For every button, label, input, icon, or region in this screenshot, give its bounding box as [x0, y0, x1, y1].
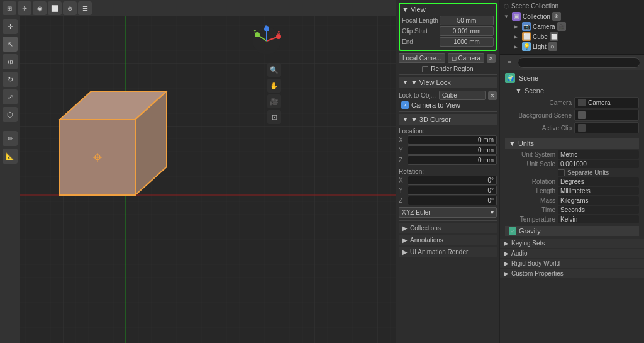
viewport-overlay-icon[interactable]: ◉ [33, 1, 47, 15]
background-scene-value[interactable] [574, 110, 639, 121]
light-icon: 💡 [522, 42, 531, 51]
viewport-extra-icon[interactable]: ⬜ [48, 1, 62, 15]
time-row: Time Seconds [505, 206, 639, 214]
rotation-z-value[interactable]: 0° [408, 196, 497, 205]
length-label: Length [505, 188, 555, 194]
camera-field-label: Camera [515, 99, 572, 106]
ui-anim-arrow: ▶ [402, 249, 408, 256]
viewport-topbar: ⊞ ✈ ◉ ⬜ ⊕ ☰ [0, 0, 396, 16]
audio-label: Audio [511, 250, 528, 257]
light-badge[interactable]: ⊙ [548, 42, 557, 51]
separate-units-checkbox[interactable] [558, 169, 565, 176]
time-value[interactable]: Seconds [558, 206, 639, 214]
local-camera-toggle[interactable]: Local Came... [399, 53, 445, 63]
viewport-right-icons: 🔍 ✋ 🎥 ⊡ [267, 63, 281, 124]
measure-tool[interactable]: 📐 [3, 149, 18, 164]
collection-badge[interactable]: 👁 [552, 12, 561, 21]
keying-sets-item[interactable]: ▶ Keying Sets [500, 239, 644, 248]
light-tree-item[interactable]: ▶ 💡 Light ⊙ [504, 42, 640, 52]
rotation-y-value[interactable]: 0° [408, 186, 497, 195]
annotations-header[interactable]: ▶ Annotations [399, 235, 497, 245]
render-region-checkbox[interactable] [422, 66, 428, 72]
ui-anim-header[interactable]: ▶ UI Animation Render [399, 247, 497, 257]
transform-tool[interactable]: ⬡ [3, 107, 18, 122]
svg-point-13 [276, 34, 281, 39]
rotation-z-row: Z 0° [399, 196, 497, 205]
custom-props-item[interactable]: ▶ Custom Properties [500, 269, 644, 278]
active-clip-value[interactable] [574, 122, 639, 133]
location-z-value[interactable]: 0 mm [408, 155, 497, 165]
viewport-gizmo[interactable]: X Y Z [251, 25, 282, 57]
props-search-input[interactable] [518, 57, 640, 68]
camera-to-view-checkbox[interactable]: ✓ [401, 101, 409, 109]
cursor-tool[interactable]: ✛ [3, 19, 18, 34]
focal-length-value[interactable]: 50 mm [440, 16, 494, 25]
cube-select[interactable]: Cube [439, 91, 486, 100]
mass-value[interactable]: Kilograms [558, 196, 639, 205]
viewport-gizmo-icon[interactable]: ⊕ [63, 1, 77, 15]
svg-text:Y: Y [253, 29, 257, 33]
clip-start-value[interactable]: 0.001 mm [440, 26, 494, 36]
location-x-value[interactable]: 0 mm [408, 135, 497, 145]
view-lock-section: Lock to Obj... Cube ✕ ✓ Camera to View [399, 91, 497, 109]
collections-header[interactable]: ▶ Collections [399, 223, 497, 233]
ui-anim-section: ▶ UI Animation Render [399, 247, 497, 257]
rotation-value[interactable]: Degrees [558, 177, 639, 186]
right-panel: Item Tool View Edit 3D-Print PDT polygra… [396, 0, 644, 343]
mass-row: Mass Kilograms [505, 196, 639, 205]
viewport-shading-icon[interactable]: ✈ [18, 1, 31, 15]
move-tool[interactable]: ⊕ [3, 54, 18, 69]
scene-section-btn[interactable]: 🌍 Scene [500, 70, 644, 86]
view-section: ▼ View Focal Length 50 mm Clip Start 0.0… [399, 3, 497, 51]
euler-arrow: ▾ [491, 209, 494, 216]
units-header[interactable]: ▼ Units [505, 138, 639, 149]
props-menu-icon[interactable]: ≡ [504, 57, 515, 68]
camera-field-row: Camera Camera [515, 97, 639, 108]
rigid-body-item[interactable]: ▶ Rigid Body World [500, 259, 644, 268]
temperature-value[interactable]: Kelvin [558, 215, 639, 223]
camera-field-value[interactable]: Camera [574, 97, 639, 108]
euler-select[interactable]: XYZ Euler ▾ [399, 207, 497, 218]
view-lock-header[interactable]: ▼ ▼ View Lock [399, 77, 497, 88]
audio-item[interactable]: ▶ Audio [500, 249, 644, 258]
camera-toggle[interactable]: ◻ Camera [448, 53, 484, 63]
rotate-tool[interactable]: ↻ [3, 72, 18, 87]
select-tool[interactable]: ↖ [3, 37, 18, 52]
collection-row[interactable]: ▼ ▣ Collection 👁 [504, 11, 640, 21]
separator-1 [399, 74, 497, 75]
viewport-menu-icon[interactable]: ⊞ [3, 1, 16, 15]
unit-system-value[interactable]: Metric [558, 150, 639, 159]
ortho-icon[interactable]: ⊡ [267, 110, 281, 124]
cube-close-btn[interactable]: ✕ [488, 91, 497, 100]
length-row: Length Millimeters [505, 187, 639, 195]
gravity-header[interactable]: ✓ Gravity [505, 226, 639, 236]
mass-label: Mass [505, 197, 555, 204]
viewport-more-icon[interactable]: ☰ [78, 1, 92, 15]
unit-scale-value[interactable]: 0.001000 [558, 160, 639, 168]
n-panel-content: ▼ View Focal Length 50 mm Clip Start 0.0… [396, 0, 499, 261]
length-value[interactable]: Millimeters [558, 187, 639, 195]
active-clip-row: Active Clip [515, 122, 639, 133]
cursor-3d-header[interactable]: ▼ ▼ 3D Cursor [399, 114, 497, 125]
end-value[interactable]: 1000 mm [440, 37, 494, 47]
annotate-tool[interactable]: ✏ [3, 131, 18, 146]
cube-tree-item[interactable]: ▶ ⬜ Cube ⬜ [504, 31, 640, 42]
camera-badge[interactable]: 🎥 [557, 22, 566, 31]
location-y-value[interactable]: 0 mm [408, 145, 497, 155]
camera-tree-item[interactable]: ▶ 📷 Camera 🎥 [504, 21, 640, 31]
camera-value-text: Camera [588, 99, 611, 106]
ry-axis-label: Y [399, 187, 406, 194]
gravity-checkbox[interactable]: ✓ [509, 227, 516, 235]
scale-tool[interactable]: ⤢ [3, 89, 18, 104]
main-container: X Y Z ⊞ ✈ ◉ ⬜ ⊕ ☰ ✛ ↖ ⊕ ↻ [0, 0, 644, 343]
zoom-icon[interactable]: 🔍 [267, 63, 281, 77]
scene-btn-label: Scene [519, 74, 538, 82]
cube-badge[interactable]: ⬜ [550, 32, 558, 41]
hand-icon[interactable]: ✋ [267, 79, 281, 93]
camera-view-icon[interactable]: 🎥 [267, 94, 281, 108]
camera-close-btn[interactable]: ✕ [487, 54, 496, 63]
scene-collection: ⬡ Scene Collection ▼ ▣ Collection 👁 ▶ 📷 … [500, 0, 644, 55]
rotation-x-value[interactable]: 0° [408, 176, 497, 185]
lock-to-obj-row: Lock to Obj... Cube ✕ [399, 91, 497, 100]
keying-sets-label: Keying Sets [511, 240, 545, 247]
